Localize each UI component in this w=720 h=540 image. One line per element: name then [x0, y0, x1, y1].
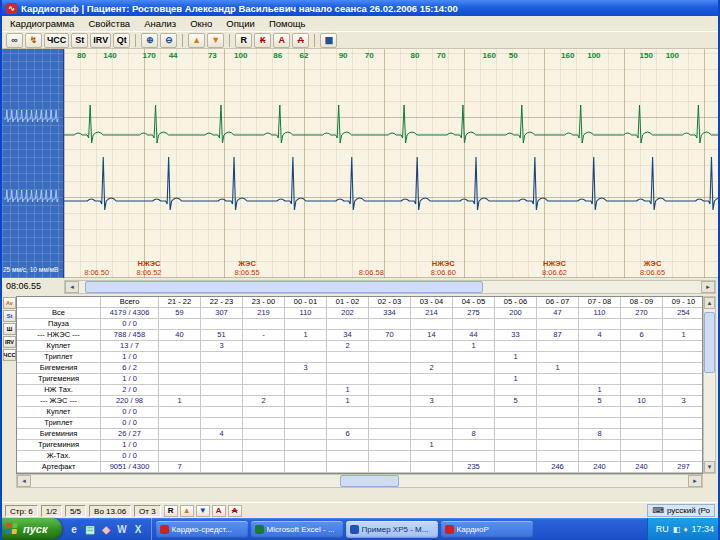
up-status-icon[interactable]: ▲ — [180, 505, 194, 517]
scroll-down-icon[interactable]: ▾ — [704, 461, 715, 473]
tray-language-indicator[interactable]: RU — [656, 524, 669, 534]
irv-side-button[interactable]: IRV — [3, 336, 16, 348]
scroll-up-icon[interactable]: ▴ — [704, 297, 715, 309]
sh-side-button[interactable]: Ш — [3, 323, 16, 335]
row-label: --- ЖЭС --- — [17, 396, 101, 407]
menu-item[interactable]: Опции — [226, 18, 255, 29]
hr-button[interactable]: ЧСС — [44, 33, 69, 48]
table-cell — [495, 418, 537, 429]
st-side-button[interactable]: St — [3, 310, 16, 322]
task-button[interactable]: Microsoft Excel - ... — [251, 521, 343, 538]
table-row[interactable]: Пауза0 / 0 — [17, 319, 702, 330]
task-button[interactable]: Кардио-средст... — [156, 521, 248, 538]
start-button[interactable]: пуск — [0, 518, 62, 540]
excel-quicklaunch-icon[interactable]: X — [132, 522, 145, 536]
table-vscroll-thumb[interactable] — [704, 312, 715, 373]
player-quicklaunch-icon[interactable]: ◈ — [100, 522, 113, 536]
hr-value: 100 — [666, 51, 679, 60]
menu-item[interactable]: Окно — [190, 18, 212, 29]
word-quicklaunch-icon[interactable]: W — [116, 522, 129, 536]
chss-side-button[interactable]: ЧСС — [3, 349, 16, 361]
beat-annotation: ЖЭС8:06.55 — [235, 259, 260, 277]
a-strike-marker-button[interactable]: А — [292, 33, 309, 48]
table-scrollbar[interactable]: ◂ ▸ — [16, 474, 703, 488]
ecg-scroll-thumb[interactable] — [85, 281, 483, 293]
scroll-left-icon[interactable]: ◂ — [65, 281, 79, 293]
ecg-scrollbar[interactable]: ◂ ▸ — [64, 280, 716, 294]
title-bar[interactable]: ∿ Кардиограф | Пациент: Ростовцев Алекса… — [2, 0, 718, 16]
desktop-quicklaunch-icon[interactable]: ▤ — [84, 522, 97, 536]
lightning-icon[interactable]: ↯ — [25, 33, 42, 48]
table-cell — [453, 418, 495, 429]
table-row[interactable]: Тригемения1 / 01 — [17, 374, 702, 385]
a-strike-status-icon[interactable]: А — [228, 505, 242, 517]
table-row[interactable]: Тригеминия1 / 01 — [17, 440, 702, 451]
task-button[interactable]: Пример ХР5 - М... — [346, 521, 438, 538]
column-header: Всего — [101, 297, 159, 308]
menu-item[interactable]: Помощь — [269, 18, 306, 29]
st-button[interactable]: St — [71, 33, 88, 48]
table-cell — [327, 407, 369, 418]
ie-quicklaunch-icon[interactable]: e — [68, 522, 81, 536]
table-row[interactable]: --- НЖЭС ---788 / 4584051-13470144433874… — [17, 330, 702, 341]
zoom-out-icon[interactable]: ⊖ — [160, 33, 177, 48]
tray-volume-icon[interactable]: ◧ — [673, 525, 681, 534]
zoom-in-icon[interactable]: ⊕ — [141, 33, 158, 48]
table-cell — [579, 407, 621, 418]
table-cell — [159, 363, 201, 374]
tray-app-icon[interactable]: ♦ — [683, 525, 687, 534]
table-row[interactable]: Триплет0 / 0 — [17, 418, 702, 429]
ecg-scroll-track[interactable] — [79, 281, 701, 293]
table-scroll-thumb[interactable] — [340, 475, 399, 487]
table-cell — [579, 374, 621, 385]
scroll-left-icon[interactable]: ◂ — [17, 475, 31, 487]
table-cell: 26 / 27 — [101, 429, 159, 440]
arrow-up-icon[interactable]: ▲ — [188, 33, 205, 48]
scroll-right-icon[interactable]: ▸ — [688, 475, 702, 487]
menu-item[interactable]: Кардиограмма — [10, 18, 74, 29]
table-vscroll-track[interactable] — [704, 309, 715, 461]
scroll-right-icon[interactable]: ▸ — [701, 281, 715, 293]
r-marker-button[interactable]: R — [235, 33, 252, 48]
k-marker-button[interactable]: К — [254, 33, 271, 48]
qt-button[interactable]: Qt — [113, 33, 130, 48]
table-row[interactable]: --- ЖЭС ---220 / 98121355103 — [17, 396, 702, 407]
chart-icon[interactable]: ▦ — [320, 33, 337, 48]
menu-item[interactable]: Свойства — [88, 18, 130, 29]
quick-launch: e▤◈WX — [62, 518, 152, 540]
table-row[interactable]: Ж-Тах.0 / 0 — [17, 451, 702, 462]
table-cell — [243, 407, 285, 418]
r-status-icon[interactable]: R — [164, 505, 178, 517]
table-cell — [537, 319, 579, 330]
table-row[interactable]: Бигеминия26 / 274688 — [17, 429, 702, 440]
table-row[interactable]: Куплет13 / 7321 — [17, 341, 702, 352]
table-row[interactable]: Бигемения6 / 2321 — [17, 363, 702, 374]
table-cell: 1 — [159, 396, 201, 407]
table-cell — [285, 341, 327, 352]
task-button[interactable]: КардиоР — [441, 521, 533, 538]
table-row[interactable]: Все4179 / 430659307219110202334214275200… — [17, 308, 702, 319]
table-row[interactable]: Триплет1 / 01 — [17, 352, 702, 363]
table-cell: 1 — [327, 396, 369, 407]
column-header: 21 - 22 — [159, 297, 201, 308]
table-row[interactable]: НЖ Тах.2 / 011 — [17, 385, 702, 396]
table-cell — [327, 440, 369, 451]
table-row[interactable]: Куплет0 / 0 — [17, 407, 702, 418]
annotation-label: ЖЭС — [235, 259, 260, 268]
a-marker-button[interactable]: А — [273, 33, 290, 48]
binoculars-icon[interactable]: ∞ — [6, 33, 23, 48]
av-side-button[interactable]: Av — [3, 297, 16, 309]
table-scroll-track[interactable] — [31, 475, 688, 487]
table-row[interactable]: Артефакт9051 / 43007235246240240297 — [17, 462, 702, 473]
table-vscrollbar[interactable]: ▴ ▾ — [703, 296, 716, 474]
table-cell: 4 — [579, 330, 621, 341]
down-status-icon[interactable]: ▼ — [196, 505, 210, 517]
ecg-strip[interactable]: 8014017044731008662907080701605016010015… — [64, 49, 718, 278]
overview-panel[interactable]: 25 мм/с, 10 мм/мВ — [2, 49, 64, 278]
menu-item[interactable]: Анализ — [144, 18, 176, 29]
language-bar[interactable]: ⌨ русский (Ро — [647, 504, 715, 517]
annotation-time: 8:06.55 — [235, 268, 260, 277]
irv-button[interactable]: IRV — [90, 33, 111, 48]
a-status-icon[interactable]: А — [212, 505, 226, 517]
arrow-down-icon[interactable]: ▼ — [207, 33, 224, 48]
